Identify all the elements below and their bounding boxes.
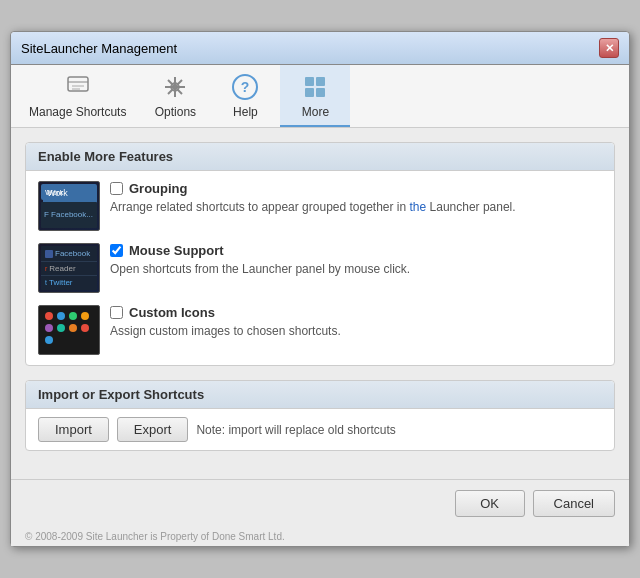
mouse-support-feature-row: Facebook r Reader t Twitter [38, 243, 602, 293]
mouse-support-desc: Open shortcuts from the Launcher panel b… [110, 261, 602, 278]
cancel-button[interactable]: Cancel [533, 490, 615, 517]
toolbar-more[interactable]: More [280, 65, 350, 127]
features-section-body: Work F Facebook... Grouping Arrange rela… [26, 171, 614, 365]
title-bar: SiteLauncher Management ✕ [11, 32, 629, 65]
grouping-checkbox[interactable] [110, 182, 123, 195]
dot8 [81, 324, 89, 332]
grouping-desc: Arrange related shortcuts to appear grou… [110, 199, 602, 216]
svg-rect-14 [316, 88, 325, 97]
grouping-thumbnail: Work F Facebook... [38, 181, 100, 231]
grouping-feature-text: Grouping Arrange related shortcuts to ap… [110, 181, 602, 216]
export-button[interactable]: Export [117, 417, 189, 442]
svg-rect-12 [316, 77, 325, 86]
toolbar: Manage Shortcuts Options ? H [11, 65, 629, 128]
close-button[interactable]: ✕ [599, 38, 619, 58]
grouping-feature-label: Grouping [110, 181, 602, 196]
svg-rect-13 [305, 88, 314, 97]
toolbar-options[interactable]: Options [140, 65, 210, 127]
import-export-section: Import or Export Shortcuts Import Export… [25, 380, 615, 451]
options-label: Options [155, 105, 196, 119]
copyright-text: © 2008-2009 Site Launcher is Property of… [11, 527, 629, 546]
mouse-support-feature-label: Mouse Support [110, 243, 602, 258]
mouse-support-title: Mouse Support [129, 243, 224, 258]
custom-icons-feature-label: Custom Icons [110, 305, 602, 320]
help-label: Help [233, 105, 258, 119]
dot1 [45, 312, 53, 320]
main-dialog: SiteLauncher Management ✕ Manage Shortcu… [10, 31, 630, 547]
options-icon [159, 71, 191, 103]
custom-icons-thumbnail [38, 305, 100, 355]
dot3 [69, 312, 77, 320]
import-note: Note: import will replace old shortcuts [196, 423, 395, 437]
dot5 [45, 324, 53, 332]
import-export-row: Import Export Note: import will replace … [26, 409, 614, 450]
grouping-feature-row: Work F Facebook... Grouping Arrange rela… [38, 181, 602, 231]
footer: OK Cancel [11, 479, 629, 527]
ok-button[interactable]: OK [455, 490, 525, 517]
grouping-title: Grouping [129, 181, 188, 196]
more-label: More [302, 105, 329, 119]
shortcuts-icon [62, 71, 94, 103]
import-button[interactable]: Import [38, 417, 109, 442]
svg-text:?: ? [241, 79, 250, 95]
manage-shortcuts-label: Manage Shortcuts [29, 105, 126, 119]
dot6 [57, 324, 65, 332]
custom-icons-title: Custom Icons [129, 305, 215, 320]
mouse-support-thumbnail: Facebook r Reader t Twitter [38, 243, 100, 293]
dot2 [57, 312, 65, 320]
toolbar-manage-shortcuts[interactable]: Manage Shortcuts [15, 65, 140, 127]
help-icon: ? [229, 71, 261, 103]
dot7 [69, 324, 77, 332]
main-content: Enable More Features Work F Facebook... [11, 128, 629, 479]
toolbar-help[interactable]: ? Help [210, 65, 280, 127]
dot9 [45, 336, 53, 344]
grouping-highlight: the [410, 200, 427, 214]
mouse-support-feature-text: Mouse Support Open shortcuts from the La… [110, 243, 602, 278]
window-title: SiteLauncher Management [21, 41, 177, 56]
svg-rect-11 [305, 77, 314, 86]
more-icon [299, 71, 331, 103]
features-section: Enable More Features Work F Facebook... [25, 142, 615, 366]
features-section-header: Enable More Features [26, 143, 614, 171]
import-export-header: Import or Export Shortcuts [26, 381, 614, 409]
mouse-support-checkbox[interactable] [110, 244, 123, 257]
custom-icons-desc: Assign custom images to chosen shortcuts… [110, 323, 602, 340]
custom-icons-feature-text: Custom Icons Assign custom images to cho… [110, 305, 602, 340]
custom-icons-feature-row: Custom Icons Assign custom images to cho… [38, 305, 602, 355]
dot4 [81, 312, 89, 320]
custom-icons-checkbox[interactable] [110, 306, 123, 319]
